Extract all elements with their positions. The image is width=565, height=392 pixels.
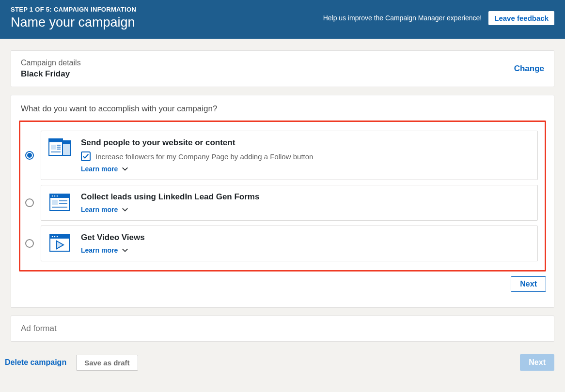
header-right: Help us improve the Campaign Manager exp… <box>323 11 554 25</box>
svg-point-13 <box>57 196 58 197</box>
objective-radio-video[interactable] <box>25 239 34 248</box>
follow-checkbox[interactable] <box>81 151 91 161</box>
objective-radio-website[interactable] <box>25 151 34 160</box>
save-as-draft-button[interactable]: Save as draft <box>76 355 138 371</box>
learn-more-text: Learn more <box>81 246 118 254</box>
svg-rect-3 <box>49 139 63 142</box>
svg-point-21 <box>54 236 56 238</box>
change-link[interactable]: Change <box>514 64 544 74</box>
svg-point-20 <box>52 236 53 238</box>
page-footer: Delete campaign Save as draft Next <box>0 349 565 371</box>
check-icon <box>82 153 89 160</box>
website-icon <box>48 138 71 159</box>
svg-rect-14 <box>52 200 58 205</box>
objectives-highlight: Send people to your website or content I… <box>19 121 546 271</box>
ad-format-card: Ad format <box>11 316 554 342</box>
follow-checkbox-row: Increase followers for my Company Page b… <box>81 151 313 161</box>
svg-point-11 <box>52 196 53 197</box>
objectives-card: What do you want to accomplish with your… <box>11 95 554 308</box>
objective-title: Get Video Views <box>81 233 145 242</box>
svg-point-12 <box>54 196 56 197</box>
learn-more-link[interactable]: Learn more <box>81 165 313 173</box>
chevron-down-icon <box>122 206 128 213</box>
video-icon <box>48 233 71 254</box>
learn-more-link[interactable]: Learn more <box>81 206 259 213</box>
delete-campaign-link[interactable]: Delete campaign <box>5 358 66 367</box>
step-indicator: STEP 1 OF 5: CAMPAIGN INFORMATION <box>11 6 136 13</box>
objective-row: Send people to your website or content I… <box>22 131 538 180</box>
svg-point-22 <box>57 236 58 238</box>
learn-more-text: Learn more <box>81 165 118 173</box>
svg-rect-4 <box>51 145 56 150</box>
objective-card-website[interactable]: Send people to your website or content I… <box>41 131 538 180</box>
follow-checkbox-label: Increase followers for my Company Page b… <box>95 152 313 161</box>
objective-row: Get Video Views Learn more <box>22 226 538 261</box>
learn-more-text: Learn more <box>81 206 118 213</box>
header-left: STEP 1 OF 5: CAMPAIGN INFORMATION Name y… <box>11 6 136 30</box>
improve-text: Help us improve the Campaign Manager exp… <box>323 14 482 22</box>
objectives-next-button[interactable]: Next <box>511 276 546 292</box>
objective-title: Collect leads using LinkedIn Lead Gen Fo… <box>81 192 259 202</box>
objective-card-leads[interactable]: Collect leads using LinkedIn Lead Gen Fo… <box>41 185 538 221</box>
campaign-details-card: Campaign details Black Friday Change <box>11 50 554 87</box>
learn-more-link[interactable]: Learn more <box>81 246 145 254</box>
chevron-down-icon <box>122 247 128 254</box>
objective-title: Send people to your website or content <box>81 138 313 148</box>
page-header: STEP 1 OF 5: CAMPAIGN INFORMATION Name y… <box>0 0 565 39</box>
objective-radio-leads[interactable] <box>25 198 34 207</box>
chevron-down-icon <box>122 166 128 172</box>
objectives-question: What do you want to accomplish with your… <box>21 104 546 114</box>
objective-row: Collect leads using LinkedIn Lead Gen Fo… <box>22 185 538 221</box>
objective-card-video[interactable]: Get Video Views Learn more <box>41 226 538 261</box>
campaign-details-label: Campaign details <box>21 59 81 67</box>
campaign-name: Black Friday <box>21 69 81 79</box>
leads-icon <box>48 192 71 213</box>
footer-next-button[interactable]: Next <box>520 354 554 371</box>
leave-feedback-button[interactable]: Leave feedback <box>488 11 554 25</box>
page-title: Name your campaign <box>11 15 136 30</box>
